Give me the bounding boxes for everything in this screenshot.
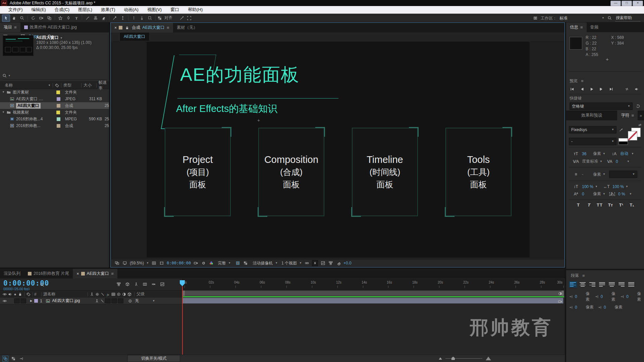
align-jcenter-button[interactable] xyxy=(608,281,616,288)
snapshot-icon[interactable] xyxy=(193,260,199,266)
project-search[interactable]: ▾ xyxy=(2,72,107,80)
menu-item[interactable]: 视图(V) xyxy=(143,6,166,13)
project-row[interactable]: AE四大窗口 ....JPEG311 KB xyxy=(0,96,109,102)
adjustment-switch-icon[interactable] xyxy=(121,292,127,297)
puppet-tool-icon[interactable] xyxy=(119,14,127,22)
lock-column-icon[interactable] xyxy=(17,292,23,297)
font-size-value[interactable]: 36 xyxy=(582,152,591,156)
align-right-button[interactable] xyxy=(588,281,596,288)
search-icon[interactable] xyxy=(607,15,612,21)
layer-label-chip[interactable] xyxy=(34,299,38,303)
layer-fx-toggle[interactable] xyxy=(105,298,111,303)
stroke-style-select[interactable]: ▼ xyxy=(609,171,637,178)
composition-viewer[interactable]: AE的功能面板 After Effects的基础知识 Project(项目)面板… xyxy=(111,41,564,259)
work-area-start-handle[interactable] xyxy=(182,291,185,296)
label-chip[interactable] xyxy=(56,111,60,114)
close-tab-icon[interactable]: × xyxy=(114,25,117,30)
region-of-interest-icon[interactable] xyxy=(235,260,240,266)
effects-switch-icon[interactable]: fx xyxy=(105,292,111,297)
layer-frameblend-toggle[interactable] xyxy=(111,298,117,303)
workspace-caret-icon[interactable]: ▼ xyxy=(602,17,604,19)
pixel-aspect-correction-icon[interactable] xyxy=(304,260,310,266)
faux-style-button-2[interactable]: TT xyxy=(595,202,604,207)
item-name-cell[interactable]: ▼图片素材 xyxy=(0,89,56,95)
zoom-out-icon[interactable] xyxy=(439,357,442,360)
brush-tool-icon[interactable] xyxy=(84,14,92,22)
indent-control[interactable]: 0像素 xyxy=(568,304,594,310)
panel-menu-icon[interactable]: ≡ xyxy=(14,25,17,30)
workspace-cycle-icon[interactable] xyxy=(533,15,538,21)
previous-frame-button[interactable] xyxy=(579,86,585,92)
view-layout-select[interactable]: 1 个视图 xyxy=(281,260,297,266)
font-family-select[interactable]: Fixedsys▼ xyxy=(569,126,616,133)
layer-row[interactable]: ▶ 1 AE四大窗口.jpg 无 ▼ xyxy=(0,298,182,304)
loop-button[interactable] xyxy=(624,86,630,92)
tab-effect-controls[interactable]: 效果控件 AE四大窗口.jpg xyxy=(20,22,80,32)
reset-icon[interactable] xyxy=(635,104,641,109)
parent-column[interactable]: 父级 xyxy=(137,291,145,297)
label-column-icon[interactable] xyxy=(26,292,31,297)
grid-guides-icon[interactable] xyxy=(151,260,157,266)
item-name[interactable]: 2016邢帅教...4 xyxy=(16,116,43,122)
project-row[interactable]: ▼图片素材文件夹 xyxy=(0,89,109,96)
item-name[interactable]: 视频素材 xyxy=(13,110,29,115)
menu-item[interactable]: 合成(C) xyxy=(50,6,74,13)
horizontal-scale-value[interactable]: 100 % xyxy=(612,184,624,189)
camera-tool-icon[interactable] xyxy=(37,14,45,22)
transfer-controls-icon[interactable] xyxy=(11,356,16,361)
inout-columns-icon[interactable] xyxy=(19,356,24,361)
go-to-start-button[interactable] xyxy=(570,86,575,92)
mute-audio-button[interactable] xyxy=(634,86,639,92)
item-name-cell[interactable]: ▼视频素材 xyxy=(0,110,56,115)
composition-mini-flowchart-icon[interactable] xyxy=(116,282,121,287)
label-chip[interactable] xyxy=(56,90,60,94)
zoom-tool-icon[interactable] xyxy=(18,14,26,22)
label-chip[interactable] xyxy=(57,124,60,128)
time-ruler[interactable]: 0s02s04s06s08s10s12s14s16s18s20s22s24s26… xyxy=(182,279,565,290)
swap-fill-stroke-icon[interactable]: ⇄ xyxy=(639,123,641,127)
indent-value[interactable]: 0 xyxy=(626,294,636,299)
audio-column-icon[interactable] xyxy=(7,292,13,297)
next-frame-button[interactable] xyxy=(599,86,604,92)
number-column[interactable]: # xyxy=(34,292,40,297)
panel-menu-icon[interactable]: ≡ xyxy=(582,273,585,278)
timeline-tab[interactable]: 2016邢帅教育 片尾 xyxy=(24,269,73,279)
work-area-bar[interactable] xyxy=(182,290,564,296)
indent-value[interactable]: 0 xyxy=(575,294,584,299)
indent-control[interactable]: 0像素 xyxy=(568,291,591,302)
tab-project[interactable]: 项目≡ xyxy=(0,22,20,32)
tracking-value[interactable]: 0 xyxy=(616,159,625,164)
faux-style-button-1[interactable]: T xyxy=(585,202,593,207)
graph-editor-icon[interactable] xyxy=(160,282,165,287)
panel-menu-icon[interactable]: ≡ xyxy=(111,271,114,276)
indent-control[interactable]: 0像素 xyxy=(594,291,616,302)
column-size[interactable]: 大小 xyxy=(84,82,96,88)
tab-footage[interactable]: 素材（无） xyxy=(173,23,202,33)
layer-duration-bar[interactable] xyxy=(182,298,564,304)
column-name[interactable]: 名称 xyxy=(5,82,48,88)
align-center-button[interactable] xyxy=(579,281,587,288)
parent-pickwhip-icon[interactable] xyxy=(127,298,133,304)
menu-item[interactable]: 文件(F) xyxy=(4,6,27,13)
leading-value[interactable]: 自动 xyxy=(620,151,630,157)
menu-item[interactable]: 窗口 xyxy=(166,6,183,13)
kerning-value[interactable]: 度量标准 xyxy=(582,159,598,164)
frame-blending-icon[interactable] xyxy=(142,282,148,287)
indent-value[interactable]: 0 xyxy=(601,294,610,299)
align-left-button[interactable] xyxy=(569,281,577,288)
lock-icon[interactable] xyxy=(124,25,130,31)
label-column-icon[interactable] xyxy=(54,83,60,88)
item-name[interactable]: 图片素材 xyxy=(13,89,29,95)
rotate-tool-icon[interactable] xyxy=(29,14,37,22)
tsume-value[interactable]: 0 % xyxy=(618,192,628,196)
hand-tool-icon[interactable] xyxy=(10,14,18,22)
shy-layers-icon[interactable] xyxy=(133,282,139,287)
minimize-button[interactable]: — xyxy=(610,1,621,6)
show-snapshot-icon[interactable] xyxy=(201,260,206,266)
video-column-icon[interactable] xyxy=(2,292,7,297)
label-chip[interactable] xyxy=(57,97,60,101)
show-channel-icon[interactable] xyxy=(209,260,214,266)
primary-viewer-icon[interactable] xyxy=(122,260,127,266)
maximize-button[interactable]: □ xyxy=(622,1,632,6)
tab-character[interactable]: 字符≡ xyxy=(617,111,638,120)
